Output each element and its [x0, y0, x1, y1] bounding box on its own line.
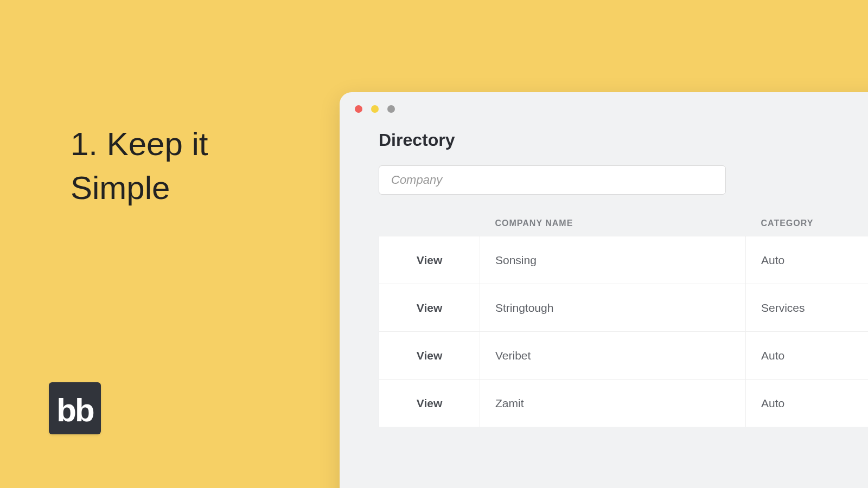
slide-headline: 1. Keep it Simple — [71, 122, 266, 210]
column-header-category: CATEGORY — [746, 211, 869, 236]
view-button[interactable]: View — [379, 380, 480, 427]
cell-category: Auto — [746, 332, 869, 380]
cell-category: Auto — [746, 236, 869, 284]
cell-company-name: Zamit — [480, 380, 746, 427]
view-button[interactable]: View — [379, 236, 480, 284]
cell-company-name: Sonsing — [480, 236, 746, 284]
view-button[interactable]: View — [379, 332, 480, 380]
table-row: View Zamit Auto — [379, 380, 869, 427]
cell-category: Services — [746, 284, 869, 332]
close-icon[interactable] — [355, 105, 362, 113]
cell-category: Auto — [746, 380, 869, 427]
bb-logo: bb — [49, 382, 101, 434]
page-title: Directory — [379, 130, 868, 150]
view-button[interactable]: View — [379, 284, 480, 332]
company-search-input[interactable] — [379, 165, 726, 195]
cell-company-name: Veribet — [480, 332, 746, 380]
app-window: Directory View COMPANY NAME CATEGORY Vie… — [340, 92, 868, 488]
table-header-row: View COMPANY NAME CATEGORY — [379, 211, 869, 236]
window-traffic-lights — [340, 92, 868, 119]
maximize-icon[interactable] — [387, 105, 395, 113]
table-row: View Sonsing Auto — [379, 236, 869, 284]
table-row: View Stringtough Services — [379, 284, 869, 332]
column-header-company-name: COMPANY NAME — [480, 211, 746, 236]
table-row: View Veribet Auto — [379, 332, 869, 380]
directory-table: View COMPANY NAME CATEGORY View Sonsing … — [379, 211, 868, 427]
app-content: Directory View COMPANY NAME CATEGORY Vie… — [340, 119, 868, 427]
cell-company-name: Stringtough — [480, 284, 746, 332]
minimize-icon[interactable] — [371, 105, 379, 113]
